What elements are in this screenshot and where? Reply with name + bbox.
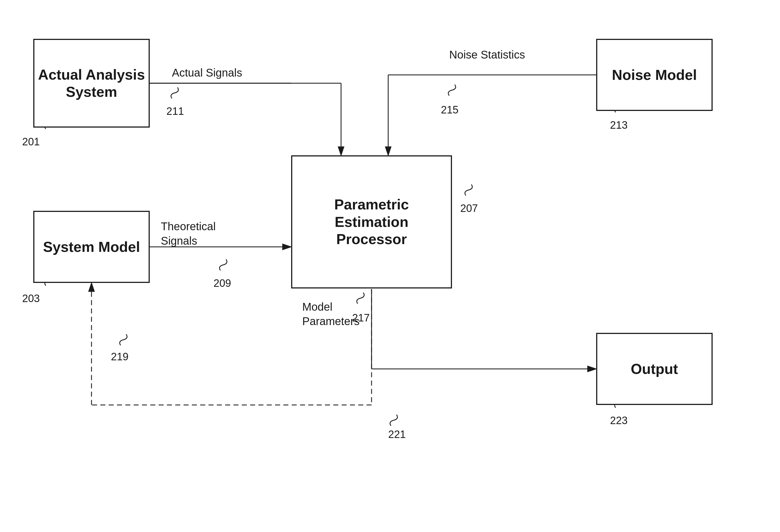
ref-201: 201 — [22, 136, 40, 148]
noise-statistics-label: Noise Statistics — [449, 49, 525, 61]
parametric-estimation-processor-box: ParametricEstimationProcessor — [291, 155, 452, 288]
noise-model-label: Noise Model — [612, 66, 697, 84]
model-parameters-label: ModelParameters — [302, 299, 360, 328]
actual-signals-label: Actual Signals — [172, 66, 242, 79]
ref-223: 223 — [610, 415, 628, 427]
ref-217: 217 — [352, 312, 370, 324]
ref-209: 209 — [213, 277, 231, 289]
actual-analysis-system-label: Actual AnalysisSystem — [38, 66, 145, 101]
ref-207: 207 — [460, 202, 478, 214]
system-model-box: System Model — [33, 211, 150, 283]
ref-221: 221 — [388, 429, 406, 440]
ref-211: 211 — [166, 105, 184, 117]
noise-model-box: Noise Model — [596, 39, 713, 111]
ref-203: 203 — [22, 293, 40, 304]
ref-215: 215 — [441, 104, 458, 116]
theoretical-signals-label: TheoreticalSignals — [161, 219, 216, 248]
ref-219: 219 — [111, 351, 129, 363]
ref-213: 213 — [610, 119, 628, 131]
output-box: Output — [596, 333, 713, 405]
actual-analysis-system-box: Actual AnalysisSystem — [33, 39, 150, 128]
system-model-label: System Model — [43, 238, 140, 255]
parametric-estimation-processor-label: ParametricEstimationProcessor — [334, 196, 409, 248]
output-label: Output — [631, 360, 678, 378]
